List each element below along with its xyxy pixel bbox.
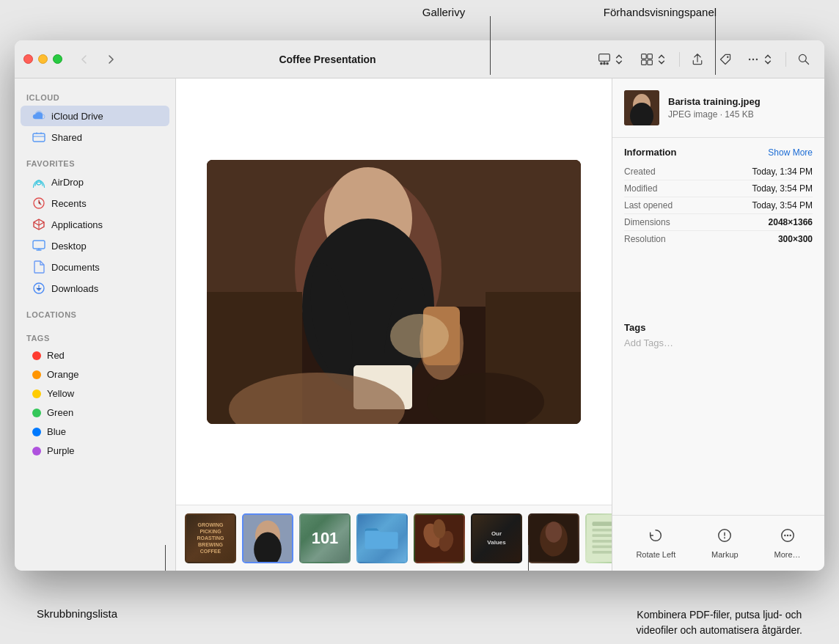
- sidebar-item-tag-orange[interactable]: Orange: [21, 365, 169, 384]
- share-button[interactable]: [686, 49, 709, 70]
- sidebar-item-shared[interactable]: Shared: [21, 127, 169, 147]
- svg-point-9: [749, 58, 750, 59]
- rotate-left-icon: [648, 527, 664, 547]
- dimensions-label: Dimensions: [624, 217, 670, 227]
- thumbnail-5[interactable]: [414, 513, 465, 563]
- thumbnail-2[interactable]: [242, 513, 293, 563]
- last-opened-value: Today, 3:54 PM: [752, 200, 813, 211]
- gallery-view-icon: [598, 53, 611, 66]
- airdrop-icon: [32, 175, 45, 189]
- grid-chevron-icon: [655, 53, 668, 66]
- svg-rect-2: [603, 62, 605, 65]
- markup-button[interactable]: Markup: [704, 523, 746, 563]
- gallery-view-button[interactable]: [593, 49, 631, 70]
- sidebar-item-icloud-drive-label: iCloud Drive: [51, 111, 103, 122]
- svg-point-8: [727, 56, 728, 57]
- grid-view-icon: [640, 53, 653, 66]
- tags-icon: [719, 53, 732, 66]
- markup-label: Markup: [711, 550, 739, 559]
- svg-point-10: [752, 58, 754, 59]
- sidebar-item-icloud-drive[interactable]: iCloud Drive: [21, 106, 169, 126]
- sidebar-item-tag-blue[interactable]: Blue: [21, 422, 169, 441]
- thumbnail-1[interactable]: GROWINGPICKINGROASTINGBREWINGCOFFEE: [185, 513, 236, 563]
- preview-header: Barista training.jpeg JPEG image · 145 K…: [612, 78, 824, 138]
- content-area: iCloud iCloud Drive: [15, 78, 824, 571]
- sidebar-item-recents[interactable]: Recents: [21, 193, 169, 213]
- sidebar-item-downloads[interactable]: Downloads: [21, 278, 169, 299]
- info-row-dimensions: Dimensions 2048×1366: [624, 214, 813, 231]
- minimize-button[interactable]: [38, 54, 48, 64]
- sidebar-item-shared-label: Shared: [51, 132, 82, 143]
- sidebar-item-desktop[interactable]: Desktop: [21, 235, 169, 256]
- preview-panel: Barista training.jpeg JPEG image · 145 K…: [612, 78, 824, 571]
- svg-point-55: [784, 535, 785, 536]
- svg-rect-47: [593, 539, 612, 542]
- more-button[interactable]: [741, 49, 780, 70]
- desktop-icon: [32, 239, 45, 252]
- yellow-tag-dot: [32, 389, 41, 398]
- sidebar-item-airdrop[interactable]: AirDrop: [21, 172, 169, 192]
- svg-rect-3: [606, 62, 608, 65]
- sidebar: iCloud iCloud Drive: [15, 78, 176, 571]
- blue-tag-dot: [32, 428, 41, 436]
- thumbnail-7[interactable]: [528, 513, 579, 563]
- tag-blue-label: Blue: [47, 426, 66, 437]
- window-title: Coffee Presentation: [68, 54, 587, 65]
- rotate-left-button[interactable]: Rotate Left: [629, 523, 683, 563]
- tags-section: Tags Add Tags…: [612, 313, 824, 357]
- info-row-last-opened: Last opened Today, 3:54 PM: [624, 197, 813, 214]
- search-icon: [797, 53, 810, 66]
- sidebar-item-tag-red[interactable]: Red: [21, 346, 169, 365]
- more-actions-label: More…: [774, 550, 801, 559]
- tag-orange-label: Orange: [47, 369, 78, 380]
- sidebar-item-documents[interactable]: Documents: [21, 257, 169, 277]
- close-button[interactable]: [23, 54, 33, 64]
- sidebar-item-tag-purple[interactable]: Purple: [21, 442, 169, 460]
- info-row-created: Created Today, 1:34 PM: [624, 164, 813, 180]
- sidebar-item-recents-label: Recents: [51, 198, 87, 209]
- resolution-label: Resolution: [624, 234, 666, 244]
- info-row-modified: Modified Today, 3:54 PM: [624, 180, 813, 197]
- preview-actions: Rotate Left Markup: [612, 515, 824, 571]
- sidebar-item-desktop-label: Desktop: [51, 241, 87, 252]
- thumbnail-8[interactable]: [585, 513, 612, 563]
- tags-button[interactable]: [714, 49, 737, 70]
- add-tags-input[interactable]: Add Tags…: [624, 337, 813, 348]
- annotation-skrubbningslista: Skrubbningslista: [37, 607, 117, 638]
- more-actions-button[interactable]: More…: [767, 523, 808, 563]
- tags-title: Tags: [624, 322, 813, 333]
- info-header: Information Show More: [624, 147, 813, 158]
- svg-rect-4: [642, 54, 647, 59]
- svg-rect-49: [593, 550, 612, 553]
- modified-value: Today, 3:54 PM: [752, 183, 813, 194]
- more-actions-icon: [780, 527, 796, 547]
- documents-icon: [32, 260, 45, 274]
- show-more-button[interactable]: Show More: [768, 147, 813, 158]
- sidebar-item-tag-yellow[interactable]: Yellow: [21, 384, 169, 403]
- toolbar-right: [593, 49, 816, 70]
- maximize-button[interactable]: [53, 54, 62, 64]
- svg-rect-48: [593, 545, 612, 548]
- created-value: Today, 1:34 PM: [752, 167, 813, 177]
- thumbnail-3[interactable]: 101: [299, 513, 351, 563]
- sidebar-item-tag-green[interactable]: Green: [21, 403, 169, 422]
- more-chevron-icon: [761, 53, 774, 66]
- search-button[interactable]: [792, 49, 816, 70]
- thumbnail-4[interactable]: [356, 513, 408, 563]
- gallery-main[interactable]: [176, 78, 612, 505]
- preview-thumbnail: [624, 90, 659, 125]
- svg-rect-16: [33, 241, 45, 249]
- purple-tag-dot: [32, 447, 41, 455]
- info-section: Information Show More Created Today, 1:3…: [612, 138, 824, 313]
- info-row-resolution: Resolution 300×300: [624, 231, 813, 247]
- red-tag-dot: [32, 351, 41, 360]
- modified-label: Modified: [624, 183, 657, 194]
- svg-rect-0: [599, 54, 610, 61]
- tag-yellow-label: Yellow: [47, 388, 74, 399]
- grid-view-button[interactable]: [635, 49, 673, 70]
- chevron-up-down-icon: [612, 53, 626, 66]
- thumbnail-6[interactable]: OurValues: [471, 513, 522, 563]
- tag-green-label: Green: [47, 407, 73, 418]
- sidebar-item-applications[interactable]: Applications: [21, 214, 169, 235]
- main-preview-image: [207, 160, 581, 424]
